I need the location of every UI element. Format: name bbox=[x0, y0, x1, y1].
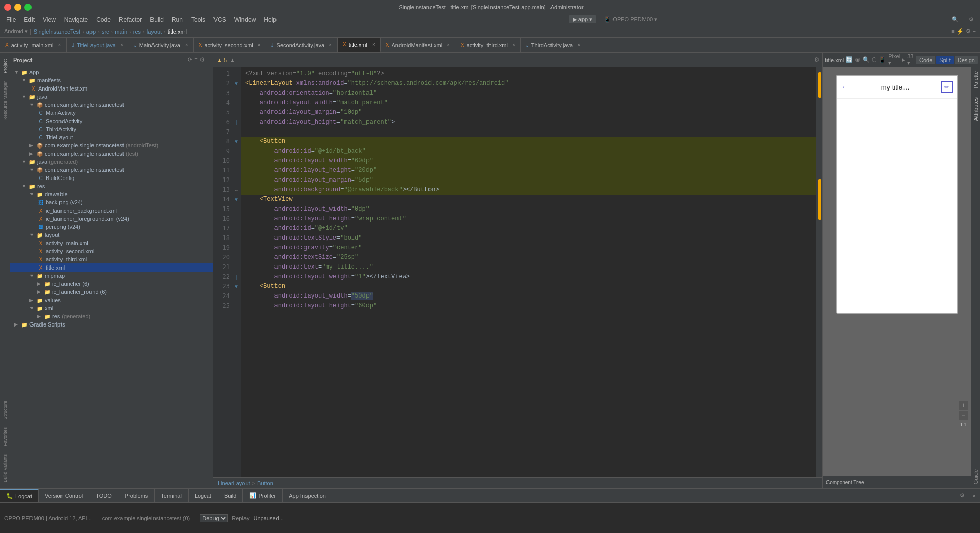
tree-item-title-xml[interactable]: X title.xml bbox=[10, 263, 213, 272]
tree-item-ic-launcher-fg[interactable]: X ic_launcher_foreground.xml (v24) bbox=[10, 215, 213, 223]
tree-item-secondactivity[interactable]: C SecondActivity bbox=[10, 117, 213, 125]
structure-btn[interactable]: ≡ bbox=[951, 28, 954, 35]
breadcrumb-android[interactable]: Android ▾ bbox=[4, 28, 28, 35]
bottom-tab-problems[interactable]: Problems bbox=[118, 489, 155, 502]
bottom-tab-todo[interactable]: TODO bbox=[89, 489, 118, 502]
tab-close-activity-third[interactable]: × bbox=[512, 42, 515, 48]
debug-selector[interactable]: Debug bbox=[200, 514, 228, 522]
tree-item-ic-launcher-round[interactable]: ▶ 📁 ic_launcher_round (6) bbox=[10, 288, 213, 296]
menu-run[interactable]: Run bbox=[168, 15, 187, 24]
fold-indicator-8[interactable]: ▼ bbox=[232, 137, 241, 146]
bottom-tab-version-control[interactable]: Version Control bbox=[39, 489, 89, 502]
split-view-btn[interactable]: Split bbox=[936, 56, 953, 64]
sidebar-item-favorites[interactable]: Favorites bbox=[2, 423, 9, 450]
design-fit-btn[interactable]: ⬡ bbox=[872, 56, 877, 63]
tab-close-titlelayout[interactable]: × bbox=[120, 42, 124, 48]
tree-item-ic-launcher[interactable]: ▶ 📁 ic_launcher (6) bbox=[10, 280, 213, 288]
tree-item-package-test[interactable]: ▶ 📦 com.example.singleinstancetest (test… bbox=[10, 150, 213, 158]
tab-thirdactivity[interactable]: J ThirdActivity.java × bbox=[521, 38, 586, 52]
tree-item-package-androidtest[interactable]: ▶ 📦 com.example.singleinstancetest (andr… bbox=[10, 141, 213, 150]
fold-indicator-14[interactable]: ▼ bbox=[232, 195, 241, 204]
design-device-btn[interactable]: Pixel ▾ bbox=[888, 53, 900, 66]
tree-item-back-png[interactable]: 🖼 back.png (v24) bbox=[10, 198, 213, 206]
menu-vcs[interactable]: VCS bbox=[209, 15, 230, 24]
design-zoom-btn[interactable]: 🔍 bbox=[863, 56, 870, 63]
bottom-panel-settings[interactable]: ⚙ bbox=[956, 489, 969, 502]
minimize-panel-btn[interactable]: − bbox=[973, 28, 976, 35]
tree-item-titlelayout[interactable]: C TitleLayout bbox=[10, 133, 213, 141]
tab-close-activity-second[interactable]: × bbox=[258, 42, 261, 48]
editor-scrollbar[interactable] bbox=[816, 67, 822, 477]
tree-item-mainactivity[interactable]: C MainActivity bbox=[10, 109, 213, 117]
sidebar-item-resource-manager[interactable]: Resource Manager bbox=[2, 77, 9, 125]
menu-navigate[interactable]: Navigate bbox=[60, 15, 92, 24]
tree-item-java[interactable]: ▼ 📁 java bbox=[10, 93, 213, 101]
tab-close-activity-main[interactable]: × bbox=[58, 42, 61, 48]
menu-refactor[interactable]: Refactor bbox=[115, 15, 146, 24]
tree-item-manifests[interactable]: ▼ 📁 manifests bbox=[10, 76, 213, 84]
tab-close-mainactivity[interactable]: × bbox=[185, 42, 188, 48]
debug-dropdown[interactable]: Debug bbox=[200, 514, 228, 522]
guide-label[interactable]: Guide bbox=[972, 465, 980, 488]
tab-activity-third[interactable]: X activity_third.xml × bbox=[455, 38, 521, 52]
tree-item-xml-folder[interactable]: ▼ 📁 xml bbox=[10, 304, 213, 312]
menu-window[interactable]: Window bbox=[230, 15, 260, 24]
tree-item-app[interactable]: ▼ 📁 app bbox=[10, 68, 213, 76]
tab-androidmanifest[interactable]: X AndroidManifest.xml × bbox=[381, 38, 455, 52]
menu-tools[interactable]: Tools bbox=[187, 15, 209, 24]
zoom-fit-btn[interactable]: 1:1 bbox=[959, 422, 968, 427]
tree-item-androidmanifest[interactable]: X AndroidManifest.xml bbox=[10, 84, 213, 93]
scrollbar-thumb2[interactable] bbox=[818, 179, 821, 220]
tree-item-package-generated[interactable]: ▼ 📦 com.example.singleinstancetest bbox=[10, 166, 213, 174]
editor-settings-btn[interactable]: ⚙ bbox=[814, 56, 819, 63]
tree-item-pen-png[interactable]: 🖼 pen.png (v24) bbox=[10, 223, 213, 231]
breadcrumb-src[interactable]: src bbox=[102, 28, 109, 35]
code-content[interactable]: <?xml version="1.0" encoding="utf-8"?> <… bbox=[241, 67, 816, 477]
maximize-button[interactable] bbox=[24, 4, 32, 11]
sidebar-item-structure[interactable]: Structure bbox=[2, 397, 9, 424]
bottom-tab-logcat[interactable]: 🐛 Logcat bbox=[0, 489, 39, 502]
menu-code[interactable]: Code bbox=[92, 15, 115, 24]
tab-close-title-xml[interactable]: × bbox=[372, 42, 375, 47]
quick-actions-btn[interactable]: ⚡ bbox=[957, 28, 964, 35]
menu-edit[interactable]: Edit bbox=[20, 15, 39, 24]
attributes-label[interactable]: Attributes bbox=[972, 93, 980, 125]
gear-icon[interactable]: ⚙ bbox=[966, 28, 971, 35]
sidebar-item-project[interactable]: Project bbox=[2, 55, 9, 77]
tree-item-res[interactable]: ▼ 📁 res bbox=[10, 182, 213, 190]
editor-bc-linearlayout[interactable]: LinearLayout bbox=[218, 480, 250, 486]
device-selector[interactable]: 📱 OPPO PEDM00 ▾ bbox=[600, 15, 661, 23]
tab-activity-main[interactable]: X activity_main.xml × bbox=[0, 38, 67, 52]
tab-activity-second[interactable]: X activity_second.xml × bbox=[194, 38, 266, 52]
fold-indicator-2[interactable]: ▼ bbox=[232, 79, 241, 88]
tree-item-layout-folder[interactable]: ▼ 📁 layout bbox=[10, 231, 213, 239]
design-refresh-btn[interactable]: 🔄 bbox=[846, 56, 853, 63]
minimize-button[interactable] bbox=[14, 4, 21, 11]
sidebar-collapse-btn[interactable]: ≡ bbox=[194, 56, 197, 63]
design-api-btn[interactable]: 33 ▾ bbox=[907, 53, 914, 66]
design-view-btn2[interactable]: Design bbox=[955, 56, 978, 64]
settings-btn[interactable]: ⚙ bbox=[965, 15, 978, 24]
design-view-btn[interactable]: 👁 bbox=[855, 57, 861, 63]
sidebar-item-build-variants[interactable]: Build Variants bbox=[2, 450, 9, 486]
scrollbar-thumb[interactable] bbox=[818, 72, 821, 98]
tree-item-activity-main[interactable]: X activity_main.xml bbox=[10, 239, 213, 247]
tab-mainactivity[interactable]: J MainActivity.java × bbox=[129, 38, 194, 52]
tree-item-java-generated[interactable]: ▼ 📁 java (generated) bbox=[10, 158, 213, 166]
zoom-plus-btn[interactable]: + bbox=[959, 401, 968, 410]
bottom-tab-profiler[interactable]: 📊 Profiler bbox=[243, 489, 283, 502]
tree-item-activity-second[interactable]: X activity_second.xml bbox=[10, 247, 213, 255]
replay-btn[interactable]: Replay bbox=[232, 515, 249, 521]
tree-item-res-generated[interactable]: ▶ 📁 res (generated) bbox=[10, 312, 213, 320]
tree-item-values[interactable]: ▶ 📁 values bbox=[10, 296, 213, 304]
close-button[interactable] bbox=[4, 4, 11, 11]
tree-item-mipmap[interactable]: ▼ 📁 mipmap bbox=[10, 272, 213, 280]
bottom-panel-close[interactable]: × bbox=[969, 489, 980, 502]
sidebar-settings-btn[interactable]: ⚙ bbox=[200, 56, 205, 63]
sidebar-minimize-btn[interactable]: − bbox=[207, 56, 210, 63]
design-orient-btn[interactable]: 📱 bbox=[879, 56, 886, 63]
breadcrumb-res[interactable]: res bbox=[133, 28, 141, 35]
editor-bc-button[interactable]: Button bbox=[257, 480, 273, 486]
menu-file[interactable]: File bbox=[2, 15, 20, 24]
tree-item-ic-launcher-bg[interactable]: X ic_launcher_background.xml bbox=[10, 206, 213, 215]
